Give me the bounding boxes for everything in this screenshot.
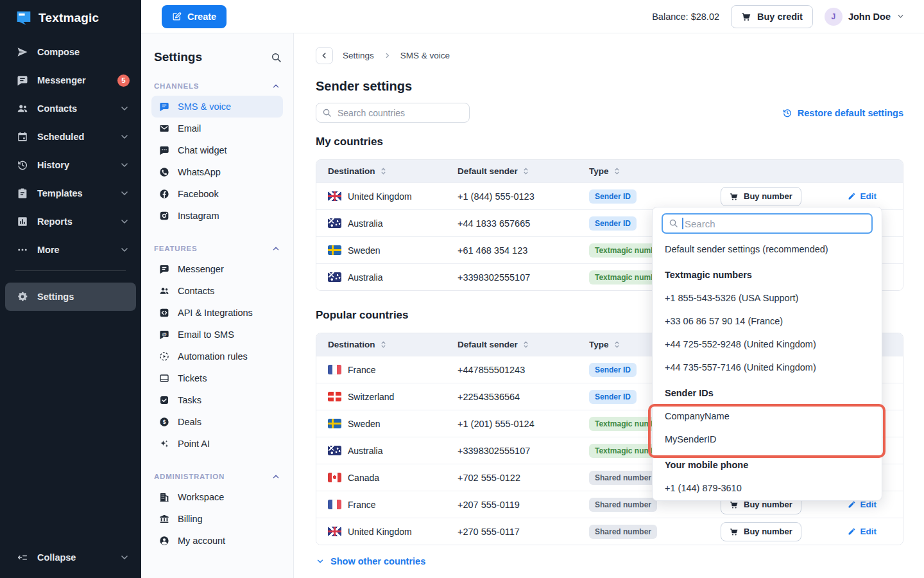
- sidebar-item-automation-rules[interactable]: Automation rules: [151, 346, 283, 367]
- buy-credit-label: Buy credit: [757, 12, 803, 22]
- chevron-up-icon: [271, 244, 280, 253]
- destination-cell: United Kingdom: [328, 527, 458, 537]
- search-countries-input[interactable]: [316, 103, 470, 123]
- sidebar-item-tickets[interactable]: Tickets: [151, 367, 283, 389]
- nav-item-more[interactable]: More: [5, 236, 136, 264]
- nav-item-contacts[interactable]: Contacts: [5, 94, 136, 123]
- people-icon: [159, 286, 169, 296]
- dropdown-search-input[interactable]: [662, 213, 873, 234]
- svg-text:@: @: [162, 331, 166, 337]
- destination-cell: France: [328, 365, 458, 375]
- default-sender-cell: +702 555-0122: [458, 473, 589, 483]
- sidebar-item-whatsapp[interactable]: WhatsApp: [151, 161, 283, 183]
- sidebar-item-sms-voice[interactable]: SMS & voice: [151, 96, 283, 118]
- dollar-icon: $: [159, 417, 169, 427]
- default-sender-cell: +207 555-0119: [458, 500, 589, 510]
- default-sender-cell: +22543536564: [458, 392, 589, 402]
- buy-number-button[interactable]: Buy number: [721, 187, 801, 206]
- column-header-destination[interactable]: Destination: [328, 340, 458, 349]
- dropdown-option-1-855-543-5326-usa-support[interactable]: +1 855-543-5326 (USA Support): [662, 286, 873, 310]
- back-button[interactable]: [316, 47, 333, 64]
- dropdown-option-44-735-557-7146-united-kingdom[interactable]: +44 735-557-7146 (United Kingdom): [662, 356, 873, 379]
- dropdown-option-companyname[interactable]: CompanyName: [662, 405, 873, 428]
- nav-item-compose[interactable]: Compose: [5, 38, 136, 66]
- section-header-administration[interactable]: ADMINISTRATION: [154, 472, 280, 481]
- nav-item-scheduled[interactable]: Scheduled: [5, 123, 136, 151]
- nav-item-label: Messenger: [37, 75, 86, 85]
- page-title: Sender settings: [316, 79, 903, 94]
- sidebar-item-email-to-sms[interactable]: @Email to SMS: [151, 324, 283, 346]
- collapse-button[interactable]: Collapse: [5, 543, 136, 572]
- edit-link[interactable]: Edit: [848, 191, 877, 201]
- nav-item-label: Settings: [37, 292, 74, 302]
- nav-item-label: Reports: [37, 216, 73, 227]
- brand[interactable]: Textmagic: [0, 0, 141, 33]
- edit-link[interactable]: Edit: [848, 527, 877, 536]
- sidebar-item-point-ai[interactable]: Point AI: [151, 433, 283, 455]
- type-cell: Sender ID: [589, 189, 714, 204]
- column-header-type[interactable]: Type: [589, 166, 714, 176]
- cart-icon: [730, 192, 739, 201]
- nav-item-label: History: [37, 160, 69, 170]
- facebook-icon: [159, 189, 169, 199]
- breadcrumb-settings[interactable]: Settings: [343, 51, 374, 60]
- actions-cell: Buy numberEdit: [714, 522, 903, 541]
- settings-panel: Settings CHANNELSSMS & voiceEmailChat wi…: [141, 33, 294, 578]
- search-icon[interactable]: [271, 52, 282, 63]
- sidebar-item-instagram[interactable]: Instagram: [151, 205, 283, 227]
- chevron-down-icon: [119, 132, 130, 142]
- dropdown-option-default-sender-settings-recommended[interactable]: Default sender settings (recommended): [662, 238, 873, 261]
- bar-chart-icon: [17, 216, 28, 227]
- sidebar-item-email[interactable]: Email: [151, 118, 283, 139]
- nav-item-messenger[interactable]: Messenger5: [5, 66, 136, 94]
- topbar: Create Balance: $28.02 Buy credit J John…: [141, 0, 924, 33]
- sidebar-item-tasks[interactable]: Tasks: [151, 389, 283, 411]
- show-other-countries-link[interactable]: Show other countries: [316, 556, 425, 566]
- sidebar-item-my-account[interactable]: My account: [151, 530, 283, 552]
- chevron-down-icon[interactable]: [119, 552, 130, 563]
- buy-number-button[interactable]: Buy number: [721, 522, 801, 541]
- section-header-channels[interactable]: CHANNELS: [154, 82, 280, 91]
- dropdown-option-33-06-86-57-90-14-france[interactable]: +33 06 86 57 90 14 (France): [662, 310, 873, 333]
- menu-item-label: My account: [178, 536, 225, 546]
- section-header-features[interactable]: FEATURES: [154, 244, 280, 253]
- buy-credit-button[interactable]: Buy credit: [731, 5, 813, 28]
- nav-item-history[interactable]: History: [5, 151, 136, 179]
- destination-cell: France: [328, 500, 458, 510]
- default-sender-cell: +3398302555107: [458, 446, 589, 456]
- user-menu[interactable]: J John Doe: [825, 8, 905, 26]
- sidebar-item-contacts[interactable]: Contacts: [151, 280, 283, 302]
- table-row: United Kingdom+1 (844) 555-0123Sender ID…: [316, 182, 903, 209]
- calendar-icon: [17, 131, 28, 143]
- sidebar-item-chat-widget[interactable]: Chat widget: [151, 139, 283, 161]
- paper-plane-icon: [17, 46, 28, 58]
- create-button[interactable]: Create: [162, 5, 227, 28]
- column-header-destination[interactable]: Destination: [328, 166, 458, 176]
- menu-item-label: Tickets: [178, 373, 207, 383]
- nav-item-templates[interactable]: Templates: [5, 179, 136, 207]
- dropdown-option-1-144-879-3610[interactable]: +1 (144) 879-3610: [662, 477, 873, 500]
- dropdown-option-mysenderid[interactable]: MySenderID: [662, 428, 873, 451]
- sidebar-item-deals[interactable]: $Deals: [151, 411, 283, 433]
- chevron-down-icon: [119, 103, 130, 114]
- menu-item-label: Email to SMS: [178, 329, 234, 340]
- dropdown-option-44-725-552-9248-united-kingdom[interactable]: +44 725-552-9248 (United Kingdom): [662, 333, 873, 356]
- sort-icon: [613, 166, 620, 176]
- search-countries-box: [316, 103, 470, 123]
- sidebar-item-messenger[interactable]: Messenger: [151, 258, 283, 280]
- collapse-label: Collapse: [37, 552, 76, 563]
- column-header-default-sender[interactable]: Default sender: [458, 340, 589, 349]
- nav-item-settings[interactable]: Settings: [5, 283, 136, 311]
- restore-default-settings-link[interactable]: Restore default settings: [782, 108, 903, 118]
- nav-item-reports[interactable]: Reports: [5, 207, 136, 236]
- sidebar-item-api-integrations[interactable]: API & Integrations: [151, 302, 283, 324]
- buy-number-label: Buy number: [744, 527, 792, 536]
- sidebar-item-facebook[interactable]: Facebook: [151, 183, 283, 205]
- se-flag-icon: [328, 419, 341, 428]
- default-sender-cell: +3398302555107: [458, 272, 589, 283]
- sidebar-item-workspace[interactable]: Workspace: [151, 486, 283, 508]
- column-header-default-sender[interactable]: Default sender: [458, 166, 589, 176]
- edit-link[interactable]: Edit: [848, 500, 877, 509]
- sidebar-item-billing[interactable]: Billing: [151, 508, 283, 530]
- menu-item-label: Automation rules: [178, 351, 248, 362]
